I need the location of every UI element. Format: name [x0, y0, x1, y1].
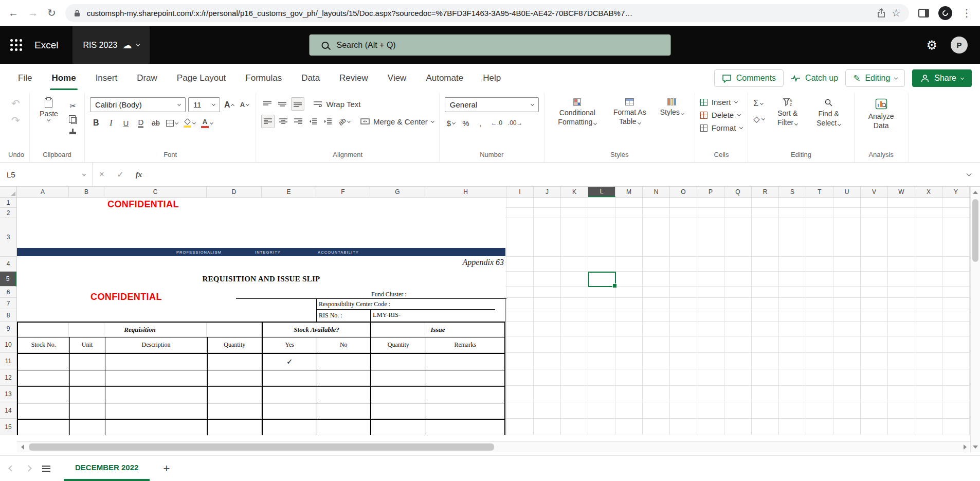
grid-cell[interactable]	[697, 386, 724, 402]
doc-table-cell[interactable]	[426, 386, 505, 403]
grid-cell[interactable]	[888, 198, 915, 208]
grid-cell[interactable]	[724, 353, 752, 369]
grid-cell[interactable]	[534, 402, 561, 419]
grid-cell[interactable]	[615, 336, 643, 353]
next-sheet-icon[interactable]	[25, 465, 32, 472]
grid-cell[interactable]	[588, 369, 615, 386]
grid-cell[interactable]	[506, 198, 534, 208]
grid-cell[interactable]	[806, 419, 833, 435]
grid-cell[interactable]	[915, 257, 942, 272]
grid-cell[interactable]	[534, 386, 561, 402]
grid-cell[interactable]	[615, 287, 643, 298]
grow-font-button[interactable]: A	[223, 98, 236, 112]
grid-cell[interactable]	[833, 419, 861, 435]
grid-cell[interactable]	[697, 322, 724, 336]
grid-cell[interactable]	[724, 309, 752, 322]
grid-cell[interactable]	[752, 287, 779, 298]
catch-up-button[interactable]: Catch up	[791, 74, 838, 83]
grid-cell[interactable]	[506, 257, 534, 272]
grid-cell[interactable]	[888, 218, 915, 257]
app-name-label[interactable]: Excel	[34, 40, 58, 51]
ribbon-tab-view[interactable]: View	[378, 64, 416, 93]
grid-cell[interactable]	[806, 402, 833, 419]
grid-cell[interactable]	[806, 272, 833, 287]
vertical-scrollbar[interactable]	[970, 187, 980, 452]
column-header-I[interactable]: I	[506, 187, 534, 197]
grid-cell[interactable]	[506, 336, 534, 353]
grid-cell[interactable]	[588, 353, 615, 369]
align-left-button[interactable]	[261, 115, 275, 128]
grid-cell[interactable]	[942, 198, 970, 208]
copy-button[interactable]	[71, 117, 77, 124]
grid-cell[interactable]	[670, 198, 697, 208]
doc-table-cell[interactable]	[69, 419, 105, 435]
grid-cell[interactable]	[670, 322, 697, 336]
grid-cell[interactable]	[724, 369, 752, 386]
column-header-Q[interactable]: Q	[724, 187, 752, 197]
grid-cell[interactable]	[534, 287, 561, 298]
column-header-U[interactable]: U	[833, 187, 861, 197]
ribbon-tab-home[interactable]: Home	[42, 64, 85, 93]
grid-cell[interactable]	[561, 198, 588, 208]
grid-cell[interactable]	[752, 298, 779, 309]
grid-cell[interactable]	[615, 419, 643, 435]
grid-cell[interactable]	[670, 402, 697, 419]
doc-table-cell[interactable]	[69, 403, 105, 419]
grid-cell[interactable]	[833, 369, 861, 386]
decrease-indent-button[interactable]	[307, 115, 319, 128]
grid-cell[interactable]	[861, 198, 888, 208]
grid-cell[interactable]	[643, 402, 670, 419]
scroll-right-icon[interactable]	[959, 442, 970, 452]
percent-format-button[interactable]: %	[460, 116, 472, 130]
doc-table-cell[interactable]	[105, 419, 207, 435]
grid-cell[interactable]	[506, 386, 534, 402]
grid-cell[interactable]	[915, 353, 942, 369]
grid-cell[interactable]	[942, 353, 970, 369]
doc-table-cell[interactable]	[317, 403, 371, 419]
currency-format-button[interactable]: $	[445, 116, 457, 130]
grid-cell[interactable]	[643, 198, 670, 208]
share-page-icon[interactable]	[877, 8, 885, 17]
grid-cell[interactable]	[861, 272, 888, 287]
grid-cell[interactable]	[915, 419, 942, 435]
doc-table-cell[interactable]	[317, 353, 371, 370]
document-title[interactable]: RIS 2023 ☁✓	[72, 26, 150, 64]
grid-cell[interactable]	[861, 287, 888, 298]
grid-cell[interactable]	[888, 386, 915, 402]
grid-cell[interactable]	[561, 309, 588, 322]
grid-cell[interactable]	[561, 386, 588, 402]
grid-cell[interactable]	[779, 369, 806, 386]
doc-table-cell[interactable]	[426, 403, 505, 419]
grid-cell[interactable]	[724, 336, 752, 353]
grid-cell[interactable]	[861, 402, 888, 419]
grid-cell[interactable]	[643, 218, 670, 257]
autosum-button[interactable]: Σ	[753, 99, 764, 108]
row-header-8[interactable]: 8	[0, 309, 16, 322]
column-header-M[interactable]: M	[615, 187, 643, 197]
grid-cell[interactable]	[833, 402, 861, 419]
grid-cell[interactable]	[670, 257, 697, 272]
number-format-select[interactable]: General	[445, 97, 539, 112]
grid-cell[interactable]	[861, 353, 888, 369]
grid-cell[interactable]	[534, 419, 561, 435]
grid-cell[interactable]	[779, 353, 806, 369]
grid-cell[interactable]	[506, 272, 534, 287]
grid-cell[interactable]	[724, 257, 752, 272]
grid-cell[interactable]	[779, 287, 806, 298]
doc-table-cell[interactable]	[105, 386, 207, 403]
column-header-K[interactable]: K	[561, 187, 588, 197]
row-header-9[interactable]: 9	[0, 322, 16, 336]
grid-cell[interactable]	[506, 322, 534, 336]
grid-cell[interactable]	[888, 309, 915, 322]
grid-cell[interactable]	[670, 298, 697, 309]
grid-cell[interactable]	[615, 298, 643, 309]
grid-cell[interactable]	[752, 336, 779, 353]
grid-cell[interactable]	[615, 353, 643, 369]
grid-cell[interactable]	[861, 257, 888, 272]
grid-cell[interactable]	[561, 287, 588, 298]
grid-cell[interactable]	[833, 309, 861, 322]
column-header-C[interactable]: C	[104, 187, 207, 197]
enter-entry-icon[interactable]: ✓	[111, 170, 130, 180]
doc-table-cell[interactable]	[17, 386, 69, 403]
grid-cell[interactable]	[534, 272, 561, 287]
